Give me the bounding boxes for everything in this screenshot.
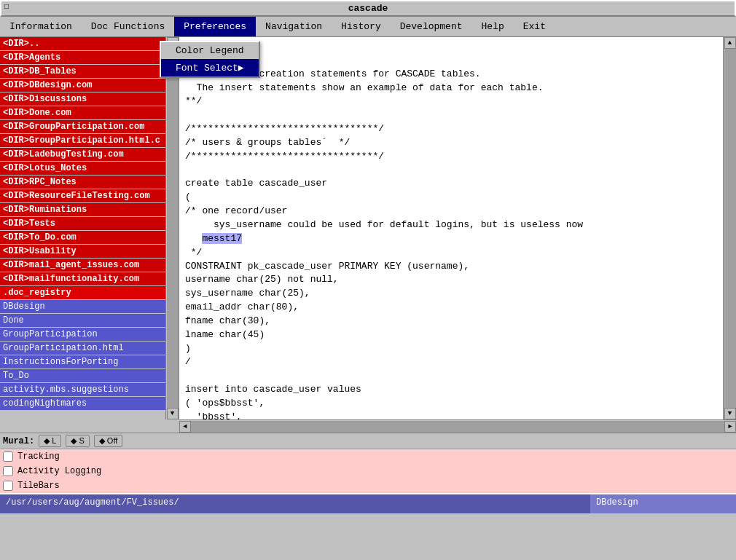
content-area[interactable]: , Oracle table creation statements for C…	[179, 37, 723, 419]
tilebars-label[interactable]: TileBars	[17, 481, 60, 491]
sidebar-item-dir-agents[interactable]: <DIR>Agents	[0, 51, 165, 64]
sidebar-item-coding-nightmares[interactable]: codingNightmares	[0, 397, 165, 410]
window-title: cascade	[348, 3, 388, 14]
dropdown-font-select[interactable]: Font Select ▶	[161, 59, 259, 76]
code-highlight: messt17	[202, 233, 242, 244]
sidebar-item-dir-mailfunc[interactable]: <DIR>mailfunctionality.com	[0, 272, 165, 285]
title-bar-icon: □	[4, 3, 9, 11]
sidebar-scrollbar[interactable]: ▲ ▼	[166, 37, 179, 419]
menu-bar: Information Doc Functions Preferences Na…	[0, 17, 736, 37]
sidebar-item-dir-grouppart-html[interactable]: <DIR>GroupParticipation.html.c	[0, 134, 165, 147]
sidebar-item-grouppart-html[interactable]: GroupParticipation.html	[0, 342, 165, 355]
menu-navigation[interactable]: Navigation	[256, 17, 332, 36]
menu-history[interactable]: History	[332, 17, 391, 36]
h-scroll-left[interactable]: ◄	[179, 421, 191, 433]
sidebar-item-dbdesign[interactable]: DBdesign	[0, 300, 165, 313]
activity-logging-checkbox[interactable]	[3, 466, 13, 476]
dropdown-color-legend[interactable]: Color Legend	[161, 42, 259, 59]
content-scroll-up[interactable]: ▲	[724, 37, 736, 49]
activity-logging-label[interactable]: Activity Logging	[17, 466, 101, 476]
horizontal-scrollbar[interactable]: ◄ ►	[179, 419, 736, 433]
sidebar-item-grouppart[interactable]: GroupParticipation	[0, 328, 165, 341]
menu-exit[interactable]: Exit	[514, 17, 555, 36]
sidebar-item-doc-registry[interactable]: .doc_registry	[0, 286, 165, 299]
tilebars-row: TileBars	[0, 478, 736, 493]
sidebar-item-dir-resourcefile[interactable]: <DIR>ResourceFileTesting.com	[0, 189, 165, 202]
h-scroll-right[interactable]: ►	[724, 421, 736, 433]
sidebar-item-done[interactable]: Done	[0, 314, 165, 327]
main-layout: <DIR>.. <DIR>Agents <DIR>DB_Tables <DIR>…	[0, 37, 736, 419]
mural-btn-s[interactable]: ◆ S	[66, 435, 89, 447]
activity-section: Tracking Activity Logging TileBars	[0, 449, 736, 493]
sidebar-item-dir-tests[interactable]: <DIR>Tests	[0, 217, 165, 230]
sidebar-item-to-do[interactable]: To_Do	[0, 369, 165, 382]
sidebar-item-dir-dotdot[interactable]: <DIR>..	[0, 37, 165, 50]
sidebar-item-dir-discussions[interactable]: <DIR>Discussions	[0, 92, 165, 106]
sidebar-item-dir-usability[interactable]: <DIR>Usability	[0, 245, 165, 258]
content-scroll-down[interactable]: ▼	[724, 408, 736, 419]
footer-file: DBdesign	[590, 494, 736, 513]
sidebar-item-dir-rpc[interactable]: <DIR>RPC_Notes	[0, 176, 165, 189]
mural-btn-l[interactable]: ◆ L	[39, 435, 61, 447]
mural-btn-off[interactable]: ◆ Off	[94, 435, 123, 447]
tilebars-checkbox[interactable]	[3, 481, 13, 491]
sidebar-item-instrforporting[interactable]: InstructionsForPorting	[0, 355, 165, 368]
tracking-label[interactable]: Tracking	[17, 451, 60, 462]
sidebar: <DIR>.. <DIR>Agents <DIR>DB_Tables <DIR>…	[0, 37, 166, 419]
sidebar-item-dir-todo[interactable]: <DIR>To_Do.com	[0, 231, 165, 244]
title-bar: □ cascade	[0, 0, 736, 17]
menu-help[interactable]: Help	[472, 17, 514, 36]
menu-preferences[interactable]: Preferences	[174, 17, 256, 36]
tracking-row: Tracking	[0, 449, 736, 464]
preferences-dropdown: Color Legend Font Select ▶	[160, 41, 260, 78]
sidebar-item-dir-dbdesign[interactable]: <DIR>DBdesign.com	[0, 79, 165, 92]
sidebar-item-dir-done-com[interactable]: <DIR>Done.com	[0, 106, 165, 119]
sidebar-item-dir-ladebug[interactable]: <DIR>LadebugTesting.com	[0, 148, 165, 161]
sidebar-item-dir-lotus[interactable]: <DIR>Lotus_Notes	[0, 162, 165, 175]
menu-information[interactable]: Information	[0, 17, 82, 36]
menu-development[interactable]: Development	[391, 17, 472, 36]
menu-doc-functions[interactable]: Doc Functions	[82, 17, 174, 36]
tracking-checkbox[interactable]	[3, 451, 13, 462]
mural-bar: Mural: ◆ L ◆ S ◆ Off	[0, 433, 736, 449]
footer-path: /usr/users/aug/augment/FV_issues/	[0, 494, 590, 513]
mural-label: Mural:	[3, 436, 34, 446]
sidebar-item-dir-db-tables[interactable]: <DIR>DB_Tables	[0, 65, 165, 78]
activity-logging-row: Activity Logging	[0, 464, 736, 478]
sidebar-item-activity-mbs[interactable]: activity.mbs.suggestions	[0, 383, 165, 396]
sidebar-item-dir-ruminations[interactable]: <DIR>Ruminations	[0, 203, 165, 216]
sidebar-item-dir-mailagent[interactable]: <DIR>mail_agent_issues.com	[0, 259, 165, 272]
sidebar-item-dir-grouppart[interactable]: <DIR>GroupParticipation.com	[0, 120, 165, 133]
content-scrollbar[interactable]: ▲ ▼	[723, 37, 736, 419]
footer: /usr/users/aug/augment/FV_issues/ DBdesi…	[0, 493, 736, 513]
sidebar-scroll-down[interactable]: ▼	[167, 408, 179, 419]
code-content: , Oracle table creation statements for C…	[185, 55, 583, 419]
